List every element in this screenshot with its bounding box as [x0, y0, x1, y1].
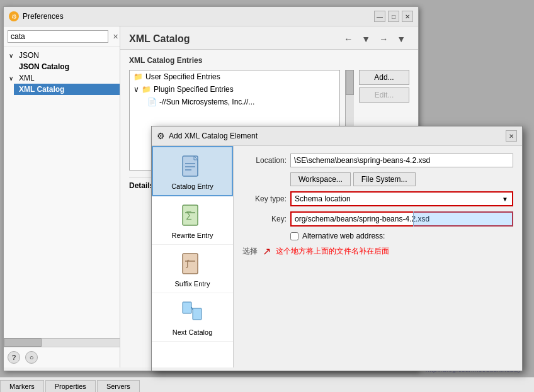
servers-tab[interactable]: Servers [97, 380, 140, 392]
suffix-entry-icon: ∫ [180, 252, 205, 277]
filesystem-button[interactable]: File System... [353, 172, 416, 186]
workspace-button[interactable]: Workspace... [290, 172, 351, 186]
sun-microsystems-entry[interactable]: 📄 -//Sun Microsystems, Inc.//... [130, 96, 339, 108]
sidebar-hscroll[interactable] [4, 338, 120, 347]
key-row: Key: [242, 211, 513, 227]
user-specified-entries[interactable]: 📁 User Specified Entries [130, 70, 339, 83]
rewrite-entry-type[interactable]: ∑ Rewrite Entry [152, 196, 233, 245]
location-input[interactable] [290, 154, 513, 167]
expand-arrow: ∨ [134, 85, 139, 94]
select-label: 选择 [242, 246, 258, 257]
gear-icon: ⚙ [9, 11, 19, 21]
sidebar-item-xml-label: XML [19, 74, 35, 82]
rewrite-entry-label: Rewrite Entry [171, 232, 213, 239]
location-label: Location: [242, 156, 287, 165]
next-catalog-type[interactable]: Next Catalog [152, 293, 233, 342]
preferences-titlebar: ⚙ Preferences — □ ✕ [4, 7, 418, 26]
catalog-entry-type[interactable]: Catalog Entry [152, 146, 233, 196]
browse-buttons: Workspace... File System... [290, 172, 513, 186]
back-button[interactable]: ← [340, 33, 356, 45]
dialog-body: Catalog Entry ∑ Rewrite Entry [152, 146, 522, 367]
user-entries-label: User Specified Entries [145, 72, 220, 81]
preferences-sidebar: ✕ ∨ JSON JSON Catalog ∨ XML XML Catalog [4, 26, 120, 367]
user-entries-icon: 📁 [134, 72, 143, 81]
close-button[interactable]: ✕ [402, 11, 413, 22]
dialog-title: Add XML Catalog Element [169, 132, 258, 140]
xml-catalog-title: XML Catalog [129, 33, 190, 45]
preferences-title: Preferences [23, 12, 64, 21]
titlebar-left: ⚙ Preferences [9, 11, 64, 21]
dialog-gear-icon: ⚙ [157, 131, 165, 141]
restore-defaults-button[interactable]: ○ [25, 351, 38, 364]
sidebar-item-json[interactable]: ∨ JSON [4, 50, 120, 61]
add-catalog-dialog: ⚙ Add XML Catalog Element ✕ [151, 126, 523, 371]
sidebar-bottom: ? ○ [4, 347, 120, 367]
svg-rect-13 [193, 308, 202, 320]
dialog-title-left: ⚙ Add XML Catalog Element [157, 131, 258, 141]
add-button[interactable]: Add... [359, 70, 409, 85]
tree-arrow-xml: ∨ [9, 75, 16, 82]
location-row: Location: [242, 154, 513, 167]
checkbox-label: Alternative web address: [302, 232, 385, 240]
dialog-close-button[interactable]: ✕ [506, 130, 517, 142]
key-type-select[interactable]: Schema location Public ID Namespace name [292, 193, 512, 205]
nav-buttons: ← ▼ → ▼ [340, 33, 409, 45]
content-header: XML Catalog ← ▼ → ▼ [120, 26, 418, 50]
maximize-button[interactable]: □ [388, 11, 399, 22]
next-catalog-label: Next Catalog [173, 328, 213, 336]
minimize-button[interactable]: — [374, 11, 385, 22]
key-input-wrapper [290, 211, 513, 227]
annotation-arrow: ↗ [263, 245, 271, 257]
tree-arrow-json: ∨ [9, 52, 16, 59]
dialog-titlebar: ⚙ Add XML Catalog Element ✕ [152, 126, 522, 146]
annotation-area: 选择 ↗ 这个地方将上面的文件名补在后面 [242, 245, 513, 257]
titlebar-controls: — □ ✕ [374, 11, 413, 22]
tree-view: ∨ JSON JSON Catalog ∨ XML XML Catalog [4, 47, 120, 338]
back-dropdown[interactable]: ▼ [358, 33, 374, 45]
checkbox-row: Alternative web address: [290, 232, 513, 240]
suffix-entry-label: Suffix Entry [174, 280, 210, 288]
svg-rect-9 [183, 254, 198, 274]
bottom-tabs: Markers Properties Servers [0, 377, 534, 392]
sun-icon: 📄 [147, 98, 157, 106]
markers-tab[interactable]: Markers [0, 380, 44, 392]
chinese-note: 这个地方将上面的文件名补在后面 [276, 246, 389, 257]
key-label: Key: [242, 215, 287, 223]
sun-entry-label: -//Sun Microsystems, Inc.//... [159, 98, 254, 106]
section-title: XML Catalog Entries [129, 56, 409, 65]
key-type-row: Key type: Schema location Public ID Name… [242, 191, 513, 206]
hscroll-thumb [4, 339, 42, 347]
catalog-types-panel: Catalog Entry ∑ Rewrite Entry [152, 146, 234, 367]
svg-rect-12 [183, 302, 191, 313]
sidebar-item-json-catalog[interactable]: JSON Catalog [14, 61, 120, 72]
rewrite-entry-icon: ∑ [180, 204, 205, 229]
key-type-dropdown-wrapper: Schema location Public ID Namespace name… [290, 191, 513, 206]
plugin-specified-entries[interactable]: ∨ 📁 Plugin Specified Entries [130, 83, 339, 96]
dialog-fields: Location: Workspace... File System... Ke… [234, 146, 522, 367]
search-bar: ✕ [4, 26, 120, 47]
sidebar-item-xml[interactable]: ∨ XML [4, 72, 120, 84]
svg-rect-0 [183, 156, 198, 176]
forward-dropdown[interactable]: ▼ [393, 33, 409, 45]
key-highlight [413, 211, 513, 227]
help-button[interactable]: ? [8, 351, 20, 364]
catalog-entry-icon [180, 155, 205, 180]
search-input[interactable] [8, 30, 108, 43]
plugin-icon: 📁 [142, 85, 151, 94]
edit-button[interactable]: Edit... [359, 87, 409, 103]
properties-tab[interactable]: Properties [45, 380, 96, 392]
json-catalog-label: JSON Catalog [19, 62, 69, 71]
forward-button[interactable]: → [375, 33, 392, 45]
clear-search-button[interactable]: ✕ [111, 32, 120, 42]
catalog-entry-label: Catalog Entry [171, 182, 213, 190]
sidebar-item-json-label: JSON [19, 51, 39, 60]
suffix-entry-type[interactable]: ∫ Suffix Entry [152, 245, 233, 293]
sidebar-item-xml-catalog[interactable]: XML Catalog [14, 84, 120, 95]
next-catalog-icon [180, 301, 205, 326]
alternative-web-checkbox[interactable] [290, 232, 298, 240]
xml-catalog-label: XML Catalog [19, 85, 64, 94]
plugin-entries-label: Plugin Specified Entries [154, 85, 234, 94]
vscroll-thumb [346, 70, 354, 95]
svg-text:∑: ∑ [186, 210, 192, 220]
key-type-label: Key type: [242, 194, 287, 203]
